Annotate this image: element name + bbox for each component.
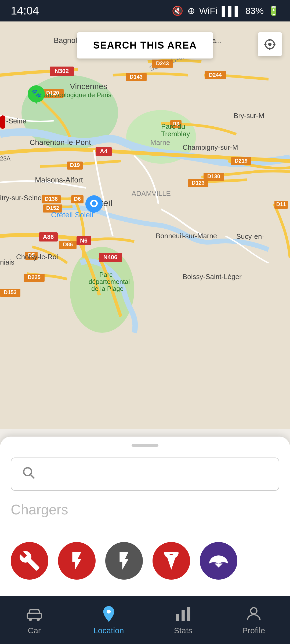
svg-text:D152: D152 [46, 205, 59, 211]
svg-text:D123: D123 [192, 180, 205, 186]
svg-text:Parc: Parc [99, 271, 113, 278]
chargers-label: Chargers [0, 502, 290, 526]
svg-point-89 [24, 468, 31, 475]
nav-item-location[interactable]: Location [83, 602, 135, 638]
svg-text:Charenton-le-Pont: Charenton-le-Pont [30, 138, 91, 147]
svg-rect-91 [164, 552, 178, 554]
nav-item-stats[interactable]: Stats [163, 602, 203, 638]
svg-text:Choisy-le-Roi: Choisy-le-Roi [16, 253, 58, 261]
svg-point-92 [217, 558, 221, 562]
svg-text:Sucy-en-: Sucy-en- [236, 232, 264, 240]
charger-search-input[interactable] [41, 469, 268, 480]
svg-text:D244: D244 [209, 72, 222, 78]
svg-text:D153: D153 [4, 289, 17, 295]
svg-point-94 [29, 618, 32, 621]
svg-text:départemental: départemental [89, 278, 130, 285]
charger-type-bolt-red[interactable] [58, 542, 96, 580]
svg-text:Tremblay: Tremblay [161, 130, 190, 138]
charger-icons-row [0, 534, 290, 585]
map-area[interactable]: SEINE-SAINT-DENIS N302 A4 A86 N6 N406 D1… [0, 21, 290, 429]
svg-text:D130: D130 [207, 173, 220, 179]
crosshair-icon [263, 38, 277, 51]
wifi-icon: WiFi [199, 6, 218, 16]
location-icon [99, 605, 118, 623]
svg-text:D143: D143 [130, 74, 143, 80]
svg-text:ADAMVILLE: ADAMVILLE [132, 189, 171, 197]
gps-icon: ⊕ [187, 5, 195, 16]
mute-icon: 🔇 [172, 5, 183, 16]
car-icon [25, 605, 44, 623]
charger-type-bolt-gray[interactable] [105, 542, 143, 580]
svg-rect-93 [27, 613, 41, 619]
charger-type-wrench[interactable] [11, 542, 48, 580]
sheet-handle[interactable] [0, 437, 290, 452]
charger-type-bird[interactable] [200, 542, 237, 580]
svg-text:D219: D219 [235, 158, 248, 164]
svg-text:D6: D6 [74, 196, 81, 202]
svg-text:N302: N302 [55, 68, 69, 74]
svg-rect-97 [176, 614, 179, 621]
svg-rect-98 [182, 610, 185, 621]
svg-point-81 [92, 201, 96, 206]
svg-text:itry-sur-Seine: itry-sur-Seine [0, 194, 42, 202]
svg-point-96 [107, 610, 111, 614]
svg-text:D11: D11 [276, 201, 286, 207]
nav-label-profile: Profile [242, 626, 265, 635]
svg-point-95 [37, 618, 40, 621]
status-bar: 14:04 🔇 ⊕ WiFi ▌▌▌ 83% 🔋 [0, 0, 290, 21]
nav-label-location: Location [93, 626, 124, 635]
svg-rect-99 [187, 607, 190, 621]
search-box[interactable] [11, 458, 279, 491]
bottom-sheet: Chargers [0, 437, 290, 596]
svg-text:N406: N406 [103, 254, 118, 261]
svg-text:Champigny-sur-M: Champigny-sur-M [183, 143, 238, 151]
svg-text:Boissy-Saint-Léger: Boissy-Saint-Léger [183, 273, 242, 281]
svg-text:23A: 23A [0, 155, 10, 162]
battery-label: 83% [245, 6, 264, 16]
search-area-button[interactable]: SEARCH THIS AREA [77, 32, 213, 58]
signal-icon: ▌▌▌ [222, 6, 241, 16]
nav-item-car[interactable]: Car [14, 602, 55, 638]
svg-text:D138: D138 [45, 196, 58, 202]
svg-rect-82 [0, 115, 5, 129]
charger-type-tesla[interactable] [153, 542, 190, 580]
svg-text:Maisons-Alfort: Maisons-Alfort [35, 176, 83, 184]
svg-text:D243: D243 [156, 60, 169, 66]
svg-point-100 [251, 608, 257, 614]
svg-text:A4: A4 [100, 148, 108, 155]
svg-text:niais: niais [0, 258, 14, 266]
svg-text:Parc zoologique de Paris: Parc zoologique de Paris [40, 91, 111, 98]
nav-label-car: Car [28, 626, 41, 635]
status-icons: 🔇 ⊕ WiFi ▌▌▌ 83% 🔋 [172, 5, 279, 16]
svg-text:A86: A86 [43, 233, 54, 240]
nav-label-stats: Stats [174, 626, 192, 635]
svg-text:Marne: Marne [150, 138, 170, 147]
stats-icon [174, 605, 193, 623]
svg-text:N6: N6 [80, 237, 88, 244]
svg-text:D19: D19 [70, 162, 80, 168]
svg-line-90 [30, 474, 34, 478]
bottom-nav: Car Location Stats Profile [0, 596, 290, 644]
svg-text:Créteil Soleil: Créteil Soleil [51, 211, 93, 219]
svg-point-84 [268, 43, 272, 46]
svg-text:D225: D225 [28, 274, 41, 280]
svg-text:Bonneuil-sur-Marne: Bonneuil-sur-Marne [156, 232, 217, 240]
nav-item-profile[interactable]: Profile [231, 602, 276, 638]
svg-text:Parc du: Parc du [161, 122, 185, 130]
search-icon [22, 466, 35, 482]
chargers-divider [0, 526, 290, 526]
svg-text:Vincennes: Vincennes [70, 82, 107, 91]
profile-icon [244, 605, 263, 623]
battery-icon: 🔋 [268, 5, 279, 16]
svg-text:Bry-sur-M: Bry-sur-M [234, 112, 264, 120]
my-location-button[interactable] [258, 32, 282, 56]
svg-text:de la Plage: de la Plage [91, 285, 124, 292]
svg-text:D86: D86 [63, 241, 73, 247]
drag-handle [132, 444, 158, 447]
status-time: 14:04 [11, 4, 39, 17]
svg-text:🐾: 🐾 [31, 89, 42, 98]
